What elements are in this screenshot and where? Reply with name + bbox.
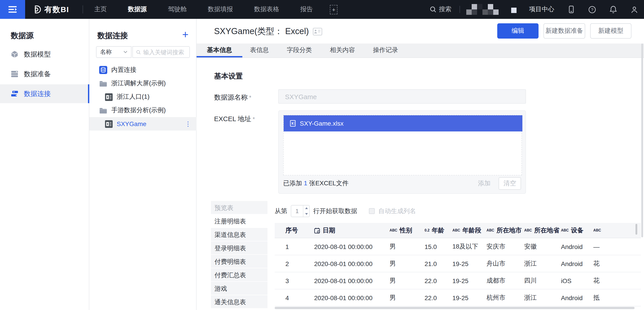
sheet-item-6[interactable]: 游戏	[211, 282, 268, 295]
type-badge: ABC	[593, 228, 601, 232]
app-logo-text: 有数BI	[44, 4, 69, 14]
cell: Android	[561, 243, 593, 250]
excel-file-icon	[290, 120, 296, 127]
sheet-item-4[interactable]: 付费明细表	[211, 255, 268, 268]
mobile-app-button[interactable]	[568, 6, 575, 14]
column-header-7: ABC设备	[561, 226, 593, 234]
cell: 男	[390, 260, 424, 268]
cell: 安庆市	[486, 242, 524, 250]
nav-search-button[interactable]: 搜索	[430, 6, 452, 14]
nav-item-5[interactable]: 报告	[300, 6, 313, 14]
help-button[interactable]: ?	[588, 6, 596, 13]
cell: 杭州市	[486, 294, 524, 302]
tree-item-label: 内置连接	[111, 66, 136, 74]
tree-item-0[interactable]: 内置连接	[89, 63, 196, 77]
tab-1[interactable]: 表信息	[250, 44, 269, 56]
type-badge: ABC	[486, 228, 494, 232]
cell: 19-25	[452, 277, 486, 284]
type-badge: 0.2	[424, 228, 430, 232]
column-name: 日期	[323, 226, 335, 234]
column-name: 序号	[286, 226, 298, 234]
nav-item-2[interactable]: 驾驶舱	[168, 6, 187, 14]
edit-button[interactable]: 编辑	[497, 23, 538, 38]
nav-item-1[interactable]: 数据源	[128, 6, 147, 14]
tab-4[interactable]: 操作记录	[373, 44, 398, 56]
tree-item-4[interactable]: SXYGame⋮	[89, 117, 196, 130]
project-center-link[interactable]: 项目中心	[529, 6, 554, 14]
sheet-item-0[interactable]: 预览表	[211, 201, 268, 214]
add-file-button[interactable]: 添加	[478, 180, 490, 188]
more-actions-icon[interactable]: ⋮	[185, 120, 191, 128]
new-model-button[interactable]: 新建模型	[590, 23, 632, 38]
tab-3[interactable]: 相关内容	[330, 44, 355, 56]
cell: 成都市	[486, 276, 524, 285]
column-header-0: 序号	[286, 226, 314, 234]
type-badge: ABC	[390, 228, 398, 232]
plus-icon: +	[332, 6, 335, 13]
spinner-down-button[interactable]	[304, 211, 309, 217]
row-start-value[interactable]: 1	[291, 206, 303, 217]
add-connection-button[interactable]: +	[180, 30, 191, 40]
row-start-controls: 从第 1 行开始获取数据 自动生成列名	[275, 205, 416, 217]
cell: 2020-08-01 00:00:00	[314, 294, 390, 301]
excel-file-item[interactable]: SXY-Game.xlsx	[284, 115, 522, 132]
sidebar-item-0[interactable]: 数据模型	[0, 45, 89, 64]
hamburger-menu-button[interactable]	[0, 0, 25, 19]
basic-settings-title: 基本设置	[214, 72, 243, 81]
new-data-prep-button[interactable]: 新建数据准备	[544, 23, 585, 38]
app-logo[interactable]: 有数BI	[32, 4, 69, 14]
auto-colname-checkbox[interactable]	[369, 208, 375, 214]
new-tab-button[interactable]: +	[330, 5, 338, 14]
tree-item-2[interactable]: 浙江人口(1)	[89, 90, 196, 104]
id-card-icon[interactable]	[313, 28, 322, 35]
nav-menu: 主页数据源驾驶舱数据填报数据表格报告	[94, 6, 313, 14]
connections-panel: 数据连接 + 名称 内置连接浙江调解大屏(示例)浙江人口(1)手游数据分析(示例…	[89, 19, 196, 310]
filebox-footer: 已添加1张EXCEL文件 添加 清空	[283, 177, 521, 190]
tree-search-input[interactable]	[143, 49, 186, 56]
nav-item-4[interactable]: 数据表格	[254, 6, 279, 14]
database-icon	[99, 66, 107, 74]
cell: 2020-08-01 00:00:00	[314, 260, 390, 267]
page-title: SXYGame(类型： Excel)	[214, 26, 322, 37]
notifications-button[interactable]	[610, 6, 617, 14]
page-scrollbar[interactable]	[641, 44, 643, 237]
table-vertical-scrollbar[interactable]	[636, 224, 637, 235]
sheet-item-2[interactable]: 渠道信息表	[211, 228, 268, 241]
excel-file-list: SXY-Game.xlsx	[283, 115, 522, 176]
arrow-up-icon	[305, 208, 308, 209]
sidebar-item-1[interactable]: 数据准备	[0, 64, 89, 84]
spinner-up-button[interactable]	[304, 206, 309, 211]
cell: iOS	[561, 277, 593, 284]
sheet-item-7[interactable]: 通关信息表	[211, 295, 268, 309]
cell: 男	[390, 242, 424, 250]
filter-field-select[interactable]: 名称	[96, 46, 132, 58]
tab-0[interactable]: 基本信息	[207, 44, 232, 56]
tree-item-1[interactable]: 浙江调解大屏(示例)	[89, 77, 196, 90]
tree-item-label: 浙江人口(1)	[117, 93, 150, 101]
left-sidebar: 数据源 数据模型数据准备数据连接	[0, 19, 89, 310]
datasource-name-input[interactable]	[278, 89, 526, 104]
cell: 2020-08-01 00:00:00	[314, 277, 390, 284]
table-horizontal-scrollbar[interactable]	[275, 307, 634, 309]
excel-file-name: SXY-Game.xlsx	[300, 120, 344, 127]
connection-tree: 内置连接浙江调解大屏(示例)浙江人口(1)手游数据分析(示例)SXYGame⋮	[89, 63, 196, 130]
cell: 18及以下	[452, 242, 486, 250]
row-start-prefix: 从第	[275, 207, 287, 215]
sidebar-item-2[interactable]: 数据连接	[0, 84, 89, 103]
mobile-icon	[568, 6, 575, 14]
cell: 2020-08-01 00:00:00	[314, 243, 390, 250]
user-account-button[interactable]	[630, 6, 638, 13]
table-body: 12020-08-01 00:00:00男15.018及以下安庆市安徽Andro…	[275, 238, 641, 306]
sheet-item-3[interactable]: 登录明细表	[211, 241, 268, 255]
sheet-item-5[interactable]: 付费汇总表	[211, 268, 268, 282]
tree-item-label: 手游数据分析(示例)	[111, 106, 166, 114]
excel-filebox: SXY-Game.xlsx 已添加1张EXCEL文件 添加 清空	[278, 110, 526, 194]
nav-item-3[interactable]: 数据填报	[208, 6, 233, 14]
column-header-5: ABC所在地市	[486, 226, 524, 234]
clear-files-button[interactable]: 清空	[498, 177, 521, 190]
tree-item-label: SXYGame	[117, 120, 146, 128]
tab-2[interactable]: 字段分类	[287, 44, 312, 56]
tree-item-3[interactable]: 手游数据分析(示例)	[89, 104, 196, 117]
sheet-item-1[interactable]: 注册明细表	[211, 214, 268, 228]
nav-item-0[interactable]: 主页	[94, 6, 107, 14]
